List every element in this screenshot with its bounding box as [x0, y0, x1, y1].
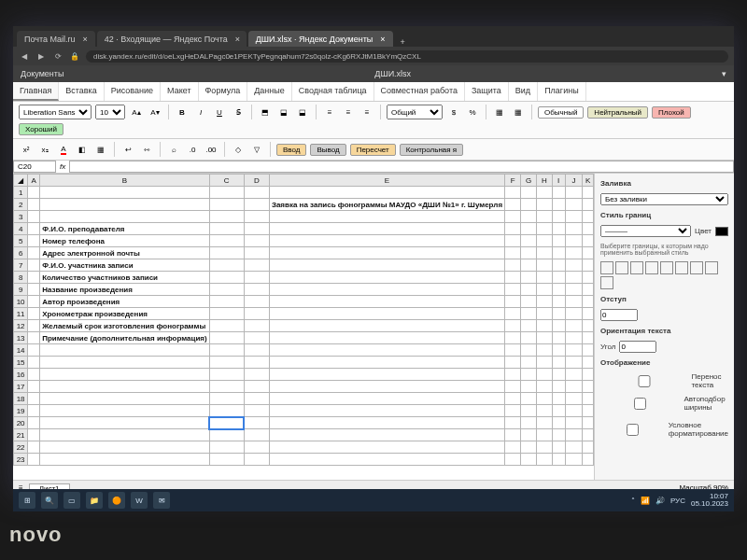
italic-icon[interactable]: I [193, 105, 208, 119]
cell[interactable] [565, 429, 583, 441]
taskview-icon[interactable]: ▭ [63, 492, 80, 509]
cell[interactable] [521, 381, 537, 393]
tray-volume-icon[interactable]: 🔊 [655, 497, 665, 505]
cell[interactable] [28, 308, 40, 320]
cell[interactable] [537, 211, 553, 223]
cell[interactable] [537, 344, 553, 357]
cell[interactable] [565, 211, 583, 223]
cell[interactable] [521, 308, 537, 320]
cell[interactable] [28, 247, 40, 259]
cell[interactable] [552, 272, 565, 284]
cell[interactable] [40, 369, 210, 381]
cell[interactable] [552, 211, 565, 223]
cell[interactable] [269, 284, 504, 296]
cell[interactable] [244, 369, 269, 381]
menu-view[interactable]: Вид [509, 82, 538, 101]
cell[interactable] [244, 187, 269, 199]
cell[interactable] [40, 441, 210, 454]
row-header[interactable]: 18 [14, 393, 28, 405]
col-header[interactable]: H [537, 175, 553, 187]
border-all-icon[interactable] [615, 261, 628, 274]
row-header[interactable]: 22 [14, 441, 28, 454]
style-neutral[interactable]: Нейтральный [587, 106, 648, 119]
cell[interactable] [565, 259, 583, 272]
cell[interactable] [583, 308, 594, 320]
style-bad[interactable]: Плохой [652, 106, 691, 119]
cell[interactable] [209, 393, 244, 405]
cell[interactable] [583, 441, 594, 454]
cell[interactable] [28, 272, 40, 284]
cell[interactable] [565, 441, 583, 454]
cell[interactable] [552, 187, 565, 199]
col-header[interactable]: D [244, 175, 269, 187]
browser-icon[interactable]: 🟠 [108, 492, 125, 509]
cell[interactable] [552, 417, 565, 429]
font-color-icon[interactable]: A [56, 142, 71, 157]
row-header[interactable]: 13 [14, 332, 28, 344]
border-diag-icon[interactable] [660, 261, 673, 274]
url-field[interactable]: disk.yandex.ru/edit/d/oeLxgHeDALPagc0e1P… [86, 50, 728, 63]
cell[interactable]: Хронометраж произведения [40, 308, 210, 320]
cell[interactable] [269, 308, 504, 320]
cell[interactable] [565, 393, 583, 405]
cell[interactable] [537, 284, 553, 296]
cell[interactable] [505, 259, 521, 272]
angle-input[interactable] [619, 341, 656, 353]
align-center-icon[interactable]: ≡ [341, 105, 356, 119]
cell[interactable] [537, 429, 553, 441]
cell[interactable] [537, 441, 553, 454]
accounting-icon[interactable]: ⌕ [166, 142, 181, 157]
cell[interactable] [537, 381, 553, 393]
cell[interactable] [565, 381, 583, 393]
cell[interactable] [505, 247, 521, 259]
cell[interactable] [505, 441, 521, 454]
cell[interactable] [537, 357, 553, 369]
new-tab-button[interactable]: + [395, 37, 411, 47]
cell[interactable] [244, 211, 269, 223]
cell[interactable] [565, 199, 583, 211]
autofit-checkbox[interactable]: Автоподбор ширины [600, 395, 728, 412]
mail-icon[interactable]: ✉ [153, 492, 170, 509]
col-header[interactable]: F [505, 175, 521, 187]
cell[interactable]: Номер телефона [40, 235, 210, 247]
cell[interactable] [521, 272, 537, 284]
cell[interactable] [552, 308, 565, 320]
cell[interactable] [552, 357, 565, 369]
cell[interactable] [505, 308, 521, 320]
style-output[interactable]: Вывод [310, 144, 345, 156]
cell[interactable] [244, 429, 269, 441]
border-outer-icon[interactable] [630, 261, 643, 274]
border-top-icon[interactable] [675, 261, 688, 274]
close-icon[interactable]: × [235, 35, 240, 44]
cell[interactable] [552, 199, 565, 211]
align-top-icon[interactable]: ⬒ [258, 105, 273, 119]
cell[interactable] [209, 199, 244, 211]
cell[interactable] [565, 308, 583, 320]
strike-icon[interactable]: S̶ [231, 105, 246, 119]
cell[interactable] [28, 332, 40, 344]
cell[interactable] [28, 357, 40, 369]
row-header[interactable]: 20 [14, 417, 28, 429]
cell[interactable] [552, 332, 565, 344]
cell[interactable] [209, 308, 244, 320]
cell[interactable]: Ф.И.О. преподавателя [40, 223, 210, 235]
cell[interactable] [40, 393, 210, 405]
row-header[interactable]: 6 [14, 247, 28, 259]
menu-collab[interactable]: Совместная работа [374, 82, 465, 101]
close-icon[interactable]: × [83, 35, 88, 44]
cell[interactable] [28, 405, 40, 417]
cell[interactable] [244, 441, 269, 454]
border-style-select[interactable]: ——— [600, 225, 691, 237]
delete-cells-icon[interactable]: ▦ [511, 105, 526, 119]
cell[interactable] [505, 344, 521, 357]
borders-icon[interactable]: ▦ [93, 142, 108, 157]
cell[interactable] [505, 296, 521, 308]
cell[interactable] [209, 272, 244, 284]
cell[interactable] [28, 441, 40, 454]
cell[interactable] [537, 308, 553, 320]
fill-select[interactable]: Без заливки [600, 193, 728, 205]
row-header[interactable]: 10 [14, 296, 28, 308]
cell[interactable] [505, 272, 521, 284]
cell[interactable] [521, 211, 537, 223]
indent-input[interactable] [600, 309, 638, 321]
